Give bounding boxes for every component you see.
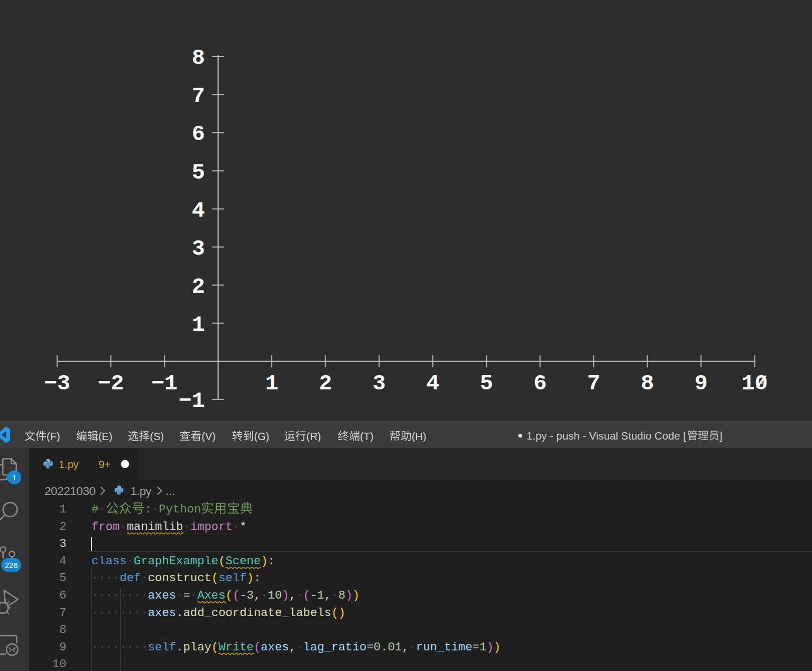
svg-text:8: 8 — [192, 45, 205, 70]
svg-text:9+: 9+ — [99, 459, 111, 470]
svg-text:1.py: 1.py — [59, 459, 79, 470]
svg-text:(V): (V) — [201, 431, 216, 442]
svg-text:(G): (G) — [254, 431, 270, 442]
svg-text:(E): (E) — [98, 431, 113, 442]
svg-text:226: 226 — [5, 561, 18, 570]
svg-text:3: 3 — [192, 236, 205, 261]
svg-text:1.py - push - Visual Studio Co: 1.py - push - Visual Studio Code [ — [527, 430, 686, 442]
svg-text:7: 7 — [192, 83, 205, 108]
svg-text:−1: −1 — [151, 371, 178, 396]
svg-text:5: 5 — [480, 371, 493, 396]
svg-text:6: 6 — [533, 371, 547, 396]
svg-text:2: 2 — [319, 371, 332, 396]
svg-text:4: 4 — [426, 371, 439, 396]
svg-text:(H): (H) — [412, 431, 427, 442]
svg-text:(T): (T) — [360, 431, 374, 442]
svg-text:10: 10 — [742, 371, 768, 396]
svg-text:4: 4 — [192, 198, 205, 223]
svg-text:−3: −3 — [44, 371, 70, 396]
svg-text:]: ] — [719, 430, 723, 442]
svg-text:1.py: 1.py — [131, 484, 152, 498]
svg-text:5: 5 — [192, 160, 205, 185]
svg-text:2: 2 — [192, 274, 205, 299]
svg-text:(R): (R) — [307, 431, 321, 442]
svg-text:1: 1 — [192, 312, 205, 337]
svg-text:(F): (F) — [47, 431, 60, 442]
svg-text:(S): (S) — [150, 431, 164, 442]
svg-text:−2: −2 — [98, 371, 124, 396]
svg-text:8: 8 — [641, 371, 654, 396]
svg-text:7: 7 — [587, 371, 601, 396]
svg-text:20221030: 20221030 — [44, 484, 96, 498]
svg-text:6: 6 — [192, 122, 205, 146]
svg-text:3: 3 — [373, 371, 386, 396]
svg-text:1: 1 — [12, 473, 17, 482]
svg-text:...: ... — [165, 484, 176, 498]
svg-text:−1: −1 — [179, 388, 205, 413]
svg-text:1: 1 — [265, 371, 279, 396]
svg-text:9: 9 — [695, 371, 708, 396]
